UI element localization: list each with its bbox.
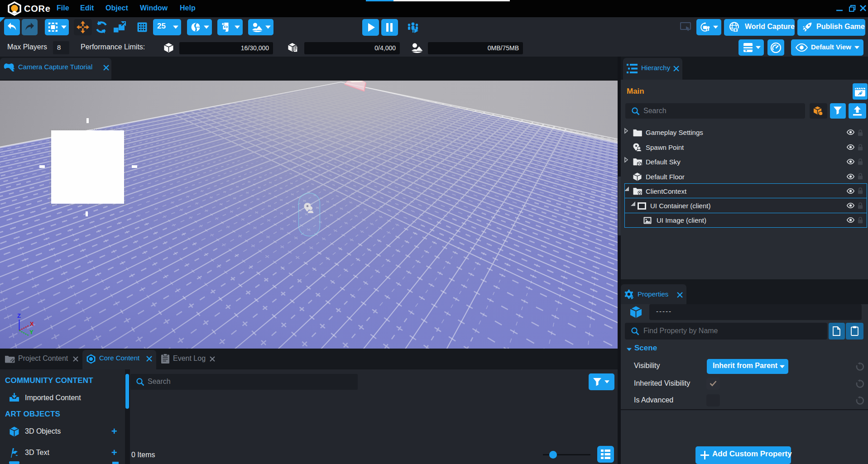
svg-text:CORe: CORe [24, 4, 51, 14]
svg-text:Y: Y [29, 329, 34, 335]
svg-text:Z: Z [17, 312, 21, 319]
svg-text:X: X [30, 320, 34, 327]
